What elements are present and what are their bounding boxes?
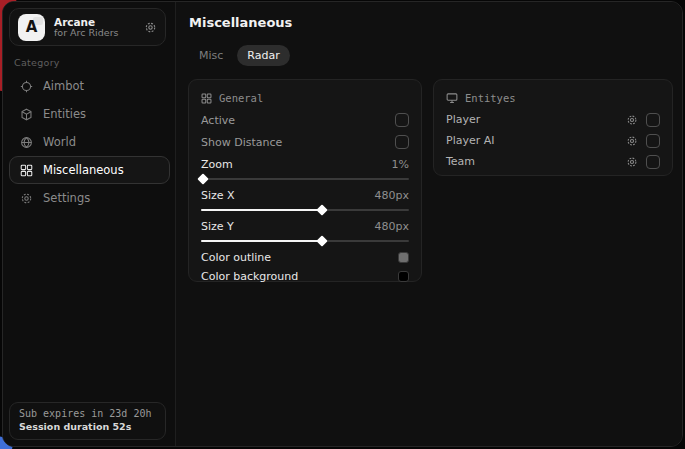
sidebar-item-label: Entities [43, 107, 86, 121]
size-x-slider-thumb[interactable] [316, 204, 327, 215]
zoom-slider[interactable] [201, 174, 409, 184]
box-icon [19, 108, 33, 121]
sidebar-item-label: Aimbot [43, 79, 84, 93]
entity-row-team: Team [446, 151, 660, 172]
setting-row-color-background: Color background [201, 267, 409, 286]
tab-bar: Misc Radar [189, 45, 290, 66]
entity-gear-icon[interactable] [626, 135, 638, 147]
header-gear-icon[interactable] [144, 21, 157, 34]
entity-gear-icon[interactable] [626, 114, 638, 126]
sidebar-item-label: World [43, 135, 76, 149]
sidebar-nav: Aimbot Entities Wo [9, 72, 170, 212]
globe-icon [19, 136, 33, 149]
setting-row-zoom: Zoom 1% [201, 156, 409, 184]
general-panel: General Active Show Distance Zoom 1% [188, 79, 422, 282]
session-duration-text: Session duration 52s [19, 421, 156, 432]
main-content: Miscellaneous Misc Radar General [176, 2, 682, 446]
app-window: A Arcane for Arc Riders Category [2, 1, 683, 447]
setting-row-size-y: Size Y 480px [201, 218, 409, 246]
player-ai-checkbox[interactable] [646, 134, 660, 148]
entity-row-player: Player [446, 109, 660, 130]
setting-label: Color background [201, 270, 298, 283]
app-name: Arcane [54, 16, 119, 28]
setting-label: Zoom [201, 158, 233, 171]
player-checkbox[interactable] [646, 113, 660, 127]
entities-panel-title: Entityes [465, 92, 516, 104]
sidebar-item-entities[interactable]: Entities [9, 100, 170, 128]
team-checkbox[interactable] [646, 155, 660, 169]
entity-label: Player [446, 113, 626, 126]
color-background-swatch[interactable] [398, 271, 409, 282]
app-logo: A [18, 14, 45, 41]
zoom-slider-thumb[interactable] [197, 173, 208, 184]
crosshair-icon [19, 80, 33, 93]
sidebar-item-label: Settings [43, 191, 90, 205]
size-y-slider[interactable] [201, 236, 409, 246]
entity-gear-icon[interactable] [626, 156, 638, 168]
tab-misc[interactable]: Misc [189, 45, 233, 66]
sidebar-item-label: Miscellaneous [43, 163, 124, 177]
size-x-slider[interactable] [201, 205, 409, 215]
size-y-value: 480px [375, 220, 410, 233]
desktop: A Arcane for Arc Riders Category [0, 0, 685, 449]
category-label: Category [14, 57, 60, 68]
app-subtitle: for Arc Riders [54, 28, 119, 39]
setting-label: Active [201, 114, 235, 127]
entities-panel: Entityes Player Player AI [433, 79, 673, 176]
setting-label: Show Distance [201, 136, 282, 149]
show-distance-checkbox[interactable] [395, 135, 409, 149]
sidebar-item-settings[interactable]: Settings [9, 184, 170, 212]
tab-radar[interactable]: Radar [237, 45, 289, 66]
setting-label: Color outline [201, 251, 271, 264]
setting-label: Size X [201, 189, 235, 202]
sub-expires-text: Sub expires in 23d 20h [19, 408, 156, 419]
setting-row-show-distance: Show Distance [201, 131, 409, 153]
general-panel-title: General [219, 92, 263, 104]
entity-row-player-ai: Player AI [446, 130, 660, 151]
sidebar-item-aimbot[interactable]: Aimbot [9, 72, 170, 100]
active-checkbox[interactable] [395, 113, 409, 127]
color-outline-swatch[interactable] [398, 252, 409, 263]
entity-label: Player AI [446, 134, 626, 147]
layout-grid-icon [201, 93, 212, 104]
subscription-card: Sub expires in 23d 20h Session duration … [9, 402, 166, 440]
setting-label: Size Y [201, 220, 234, 233]
setting-row-color-outline: Color outline [201, 248, 409, 267]
setting-row-active: Active [201, 109, 409, 131]
zoom-value: 1% [392, 158, 409, 171]
page-title: Miscellaneous [189, 15, 292, 30]
gear-icon [19, 192, 33, 205]
sidebar: A Arcane for Arc Riders Category [3, 2, 176, 446]
app-header-card: A Arcane for Arc Riders [9, 8, 166, 46]
size-x-value: 480px [375, 189, 410, 202]
setting-row-size-x: Size X 480px [201, 187, 409, 215]
sidebar-item-world[interactable]: World [9, 128, 170, 156]
sidebar-item-miscellaneous[interactable]: Miscellaneous [9, 156, 170, 184]
monitor-icon [446, 92, 458, 104]
entity-label: Team [446, 155, 626, 168]
size-y-slider-thumb[interactable] [316, 235, 327, 246]
grid-icon [19, 164, 33, 177]
